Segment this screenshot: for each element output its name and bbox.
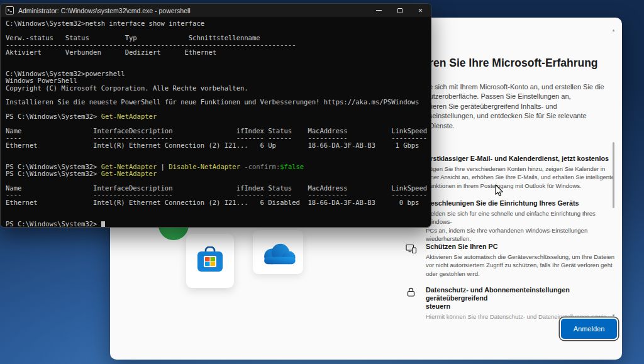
scroll-down-icon[interactable]: ▼ [609, 313, 618, 318]
terminal-window: Administrator: C:\Windows\system32\cmd.e… [0, 3, 431, 228]
section-privacy: Datenschutz- und Abonnementeinstellungen… [406, 286, 616, 321]
minimize-icon [376, 10, 382, 11]
section-title: Datenschutz- und Abonnementeinstellungen… [426, 286, 616, 311]
close-icon: ✕ [418, 8, 423, 14]
scrollbar-thumb[interactable] [613, 142, 614, 208]
section-protect-pc: Schützen Sie Ihren PC Aktivieren Sie aut… [406, 243, 616, 278]
section-title: Beschleunigen Sie die Einrichtung Ihres … [426, 199, 616, 207]
section-title: Schützen Sie Ihren PC [426, 243, 614, 251]
desktop-background: { "icons": { "close": "✕", "scroll_up": … [0, 0, 644, 364]
devices-icon [406, 243, 417, 278]
section-body: Fügen Sie Ihre verschiedenen Konten hinz… [426, 165, 614, 190]
section-title: Erstklassiger E-Mail- und Kalenderdienst… [426, 155, 614, 163]
onedrive-icon [258, 241, 297, 268]
onedrive-tile [253, 230, 303, 274]
section-body: Melden Sie sich für eine schnelle und ei… [426, 209, 616, 243]
store-tile [186, 234, 234, 288]
minimize-button[interactable] [369, 4, 389, 17]
mouse-cursor [494, 184, 504, 197]
terminal-title-bar[interactable]: Administrator: C:\Windows\system32\cmd.e… [1, 4, 431, 17]
terminal-output[interactable]: C:\Windows\System32>netsh interface show… [1, 17, 431, 228]
maximize-icon [397, 8, 402, 13]
window-controls: ✕ [369, 4, 431, 17]
lock-icon [406, 287, 417, 321]
scrollbar[interactable]: ▲ ▼ [609, 28, 618, 318]
close-button[interactable]: ✕ [410, 4, 431, 17]
section-body: Aktivieren Sie automatisch die Gerätever… [426, 253, 614, 278]
section-mail-calendar: Erstklassiger E-Mail- und Kalenderdienst… [406, 155, 616, 190]
cmd-icon [6, 6, 14, 14]
microsoft-store-icon [196, 246, 225, 275]
sign-in-button[interactable]: Anmelden [561, 319, 617, 339]
maximize-button[interactable] [389, 4, 410, 17]
terminal-title: Administrator: C:\Windows\system32\cmd.e… [18, 7, 369, 14]
scroll-up-icon[interactable]: ▲ [609, 28, 618, 33]
section-device-setup: Beschleunigen Sie die Einrichtung Ihres … [406, 199, 616, 243]
